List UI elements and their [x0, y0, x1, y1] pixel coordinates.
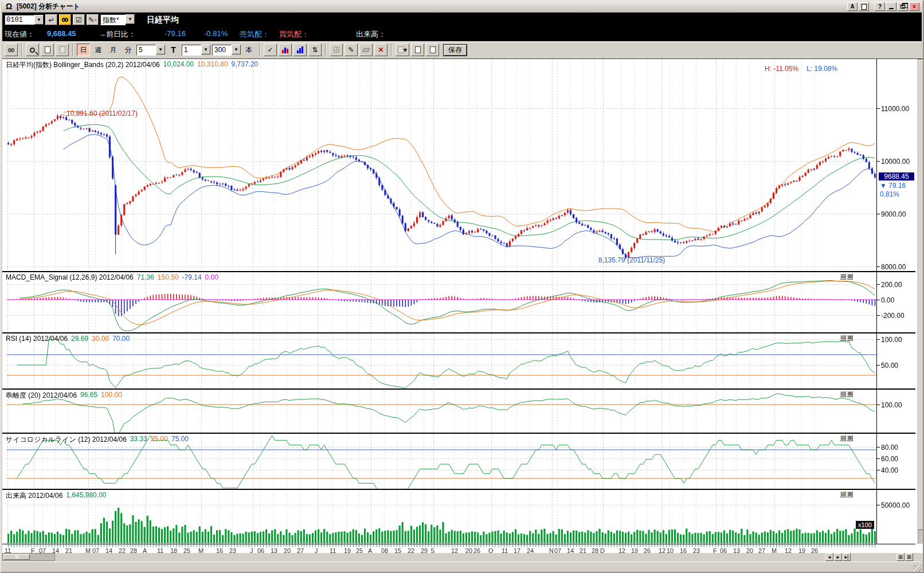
- layout-menu-button[interactable]: ▾: [396, 44, 409, 56]
- x-axis-label: 12: [451, 547, 458, 554]
- bars-select[interactable]: 300 ▼: [212, 45, 241, 56]
- rsi-panel-header: RSI (14) 2012/04/06 29.69 30.00 70.00: [6, 335, 130, 343]
- tick-dropdown-arrow[interactable]: ▼: [201, 45, 210, 54]
- scroll-right-button[interactable]: ▸: [834, 553, 842, 561]
- x-axis-label: 24: [527, 547, 534, 554]
- tick-select[interactable]: 1 ▼: [182, 45, 210, 56]
- y-axis-label: 60.00: [881, 455, 921, 463]
- draw-button[interactable]: ✎: [344, 44, 358, 56]
- delete-draw-button[interactable]: ✕: [374, 44, 387, 56]
- help-button[interactable]: ?: [875, 2, 885, 11]
- y-axis-label: -200.00: [881, 312, 921, 320]
- indicator-button[interactable]: [279, 44, 292, 56]
- font-button[interactable]: A: [847, 2, 858, 11]
- panel-close-icon[interactable]: ⊠: [847, 273, 853, 280]
- x-axis-label: 13: [733, 547, 740, 554]
- symbol-dropdown-arrow[interactable]: ▼: [34, 15, 44, 25]
- tick-value: 1: [182, 45, 201, 56]
- save-button[interactable]: 保存: [443, 44, 467, 56]
- bars-dropdown-arrow[interactable]: ▼: [232, 45, 241, 54]
- chart-overlay: 日経平均(指数) Bollinger_Bands (20,2) 2012/04/…: [2, 59, 924, 554]
- x-axis-label: A: [143, 547, 147, 554]
- horizontal-scrollbar-thumb[interactable]: [3, 554, 30, 560]
- edit-list-button[interactable]: ☑: [73, 14, 85, 25]
- prev-diff-label: →前日比：: [99, 29, 136, 40]
- compare-button[interactable]: [5, 44, 18, 56]
- panel-close-icon[interactable]: ⊠: [847, 435, 853, 441]
- page-icon: [45, 46, 50, 53]
- resize-grip[interactable]: [914, 565, 922, 573]
- main-panel-header: 日経平均(指数) Bollinger_Bands (20,2) 2012/04/…: [6, 60, 258, 70]
- grid-layout-2-button[interactable]: ⊞: [905, 553, 913, 561]
- page-copy-button[interactable]: [56, 44, 69, 56]
- tick-label: T: [167, 44, 180, 56]
- minimize-icon: [889, 8, 894, 9]
- sort-button[interactable]: ⇅: [308, 44, 322, 56]
- macd-title: MACD_EMA_Signal (12,26,9) 2012/04/06: [6, 273, 134, 281]
- category-dropdown-arrow[interactable]: ▼: [126, 14, 135, 24]
- zoom-button[interactable]: [26, 44, 39, 56]
- x-axis-label: 27: [758, 547, 765, 554]
- panel-minimize-icon[interactable]: ⊟: [840, 491, 846, 497]
- save-layout-button[interactable]: [411, 44, 424, 56]
- pages-icon: [398, 46, 404, 53]
- boll-upper-value: 10,310.80: [197, 60, 228, 70]
- restore-icon: [900, 5, 905, 9]
- minute-select[interactable]: 5 ▼: [136, 45, 165, 56]
- panel-close-icon[interactable]: ⊠: [847, 335, 853, 341]
- symbol-code-input[interactable]: [5, 15, 34, 25]
- minute-dropdown-arrow[interactable]: ▼: [156, 45, 165, 54]
- clear-draw-button[interactable]: ✎×: [87, 14, 99, 25]
- x-axis-label: F: [713, 547, 717, 554]
- panel-close-icon[interactable]: ⊠: [847, 491, 853, 497]
- bars-value: 300: [212, 45, 232, 56]
- minimize-button[interactable]: [886, 2, 896, 11]
- close-button[interactable]: ×: [909, 2, 919, 11]
- candle-type-button[interactable]: ✓: [264, 44, 277, 56]
- period-day-button[interactable]: 日: [77, 44, 90, 56]
- app-logo-icon: Ω: [5, 2, 13, 11]
- scroll-end-button[interactable]: ▸|: [843, 553, 851, 561]
- x-axis-label: 12: [659, 547, 665, 554]
- x-axis-label: 28: [130, 547, 137, 554]
- search-button[interactable]: [59, 14, 71, 25]
- grid-button[interactable]: [330, 44, 343, 56]
- x-axis-label: O: [488, 547, 494, 554]
- period-week-button[interactable]: 週: [92, 44, 105, 56]
- x-axis-label: 06: [257, 547, 264, 554]
- x-axis-label: 21: [65, 547, 72, 554]
- x-axis-label: 22: [408, 547, 414, 554]
- minute-value: 5: [136, 45, 156, 56]
- page-dim-icon: [60, 46, 65, 53]
- panel-minimize-icon[interactable]: ⊟: [840, 273, 846, 280]
- horizontal-scrollbar[interactable]: [2, 553, 55, 561]
- restore-button[interactable]: [898, 2, 908, 11]
- panel-minimize-icon[interactable]: ⊟: [840, 335, 846, 341]
- y-axis-label: 9000.00: [881, 210, 921, 218]
- enter-button[interactable]: ↵: [45, 14, 57, 25]
- load-layout-button[interactable]: [426, 44, 439, 56]
- new-page-button[interactable]: [41, 44, 54, 56]
- window-title: [5002] 分析チャート: [17, 2, 80, 11]
- panel-close-icon[interactable]: ⊠: [847, 391, 853, 397]
- grid-layout-button[interactable]: ⊞: [896, 553, 905, 561]
- binoculars-icon: [62, 18, 68, 22]
- x-axis-label: 29: [421, 547, 428, 554]
- period-month-button[interactable]: 月: [107, 44, 120, 56]
- volume-value: 1,645,980.00: [66, 491, 106, 501]
- x-axis-label: 11: [157, 547, 163, 554]
- copy-window-button[interactable]: [859, 2, 869, 11]
- eraser-button[interactable]: [359, 44, 373, 56]
- scroll-left-button[interactable]: ◂: [825, 553, 833, 561]
- volume-indicator-button[interactable]: [293, 44, 307, 56]
- panel-minimize-icon[interactable]: ⊟: [840, 435, 846, 441]
- panel-minimize-icon[interactable]: ⊟: [840, 391, 846, 397]
- x-axis-label: S: [430, 547, 434, 554]
- main-title: 日経平均(指数) Bollinger_Bands (20,2) 2012/04/…: [6, 60, 160, 70]
- x-axis-label: M: [198, 547, 203, 554]
- x-axis-label: J: [315, 547, 318, 554]
- kairi-base-value: 100.00: [101, 391, 122, 401]
- period-minute-button[interactable]: 分: [122, 44, 135, 56]
- x-axis-label: 07: [554, 547, 561, 554]
- category-select[interactable]: 指数* ▼: [100, 14, 135, 25]
